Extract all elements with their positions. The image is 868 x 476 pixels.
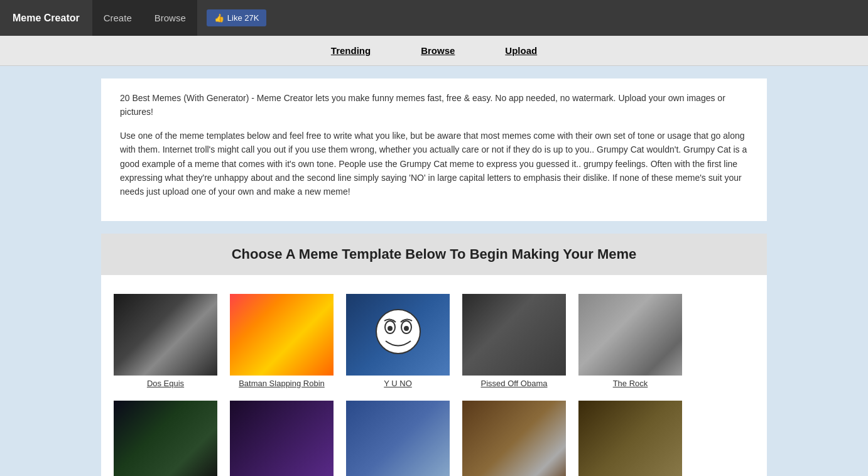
intro-headline: 20 Best Memes (With Generator) - Meme Cr… [120, 91, 748, 119]
svg-point-0 [376, 310, 420, 354]
meme-thumb-the-rock [578, 294, 682, 376]
meme-thumb-bad-luck-brian [230, 401, 334, 476]
meme-grid: Dos EquisBatman Slapping Robin Y U NOPis… [114, 294, 754, 476]
sub-nav-upload[interactable]: Upload [505, 45, 537, 56]
brand-title: Meme Creator [0, 0, 92, 36]
meme-thumb-pissed-off-obama [462, 294, 566, 376]
meme-label-dos-equis: Dos Equis [147, 379, 184, 388]
meme-item-pissed-off-obama[interactable]: Pissed Off Obama [462, 294, 566, 388]
meme-label-pissed-off-obama: Pissed Off Obama [481, 379, 548, 388]
nav-browse[interactable]: Browse [143, 0, 197, 36]
svg-point-3 [388, 326, 393, 331]
sub-nav-trending[interactable]: Trending [331, 45, 371, 56]
meme-thumb-evil-kermit [114, 401, 217, 476]
meme-item-boromir[interactable]: Boromir [578, 401, 682, 476]
meme-thumb-boromir [578, 401, 682, 476]
meme-item-success-kid[interactable]: Success Kid [346, 401, 450, 476]
main-content: 20 Best Memes (With Generator) - Meme Cr… [101, 78, 767, 221]
meme-item-bad-luck-brian[interactable]: Bad Luck Brian [230, 401, 334, 476]
meme-thumb-dos-equis [114, 294, 217, 376]
top-nav: Meme Creator Create Browse 👍 Like 27K [0, 0, 868, 36]
meme-thumb-success-kid [346, 401, 450, 476]
meme-item-evil-kermit[interactable]: Evil Kermit [114, 401, 217, 476]
meme-item-the-rock[interactable]: The Rock [578, 294, 682, 388]
meme-item-batman-slapping[interactable]: Batman Slapping Robin [230, 294, 334, 388]
thumbs-up-icon: 👍 [214, 13, 224, 23]
like-count: Like 27K [227, 13, 259, 23]
intro-body: Use one of the meme templates below and … [120, 129, 748, 199]
sub-nav: Trending Browse Upload [0, 36, 868, 66]
nav-create[interactable]: Create [92, 0, 143, 36]
meme-thumb-grumpy-cat [462, 401, 566, 476]
svg-point-4 [404, 326, 409, 331]
meme-thumb-y-u-no [346, 294, 450, 376]
sub-nav-browse[interactable]: Browse [421, 45, 455, 56]
meme-grid-container: Dos EquisBatman Slapping Robin Y U NOPis… [101, 275, 767, 476]
meme-label-batman-slapping: Batman Slapping Robin [239, 379, 325, 388]
section-header: Choose A Meme Template Below To Begin Ma… [101, 234, 767, 275]
meme-thumb-batman-slapping [230, 294, 334, 376]
meme-item-dos-equis[interactable]: Dos Equis [114, 294, 217, 388]
meme-label-the-rock: The Rock [613, 379, 648, 388]
meme-item-grumpy-cat[interactable]: Grumpy Cat [462, 401, 566, 476]
like-button[interactable]: 👍 Like 27K [207, 9, 267, 26]
meme-label-y-u-no: Y U NO [384, 379, 412, 388]
meme-item-y-u-no[interactable]: Y U NO [346, 294, 450, 388]
section-title: Choose A Meme Template Below To Begin Ma… [114, 246, 754, 262]
